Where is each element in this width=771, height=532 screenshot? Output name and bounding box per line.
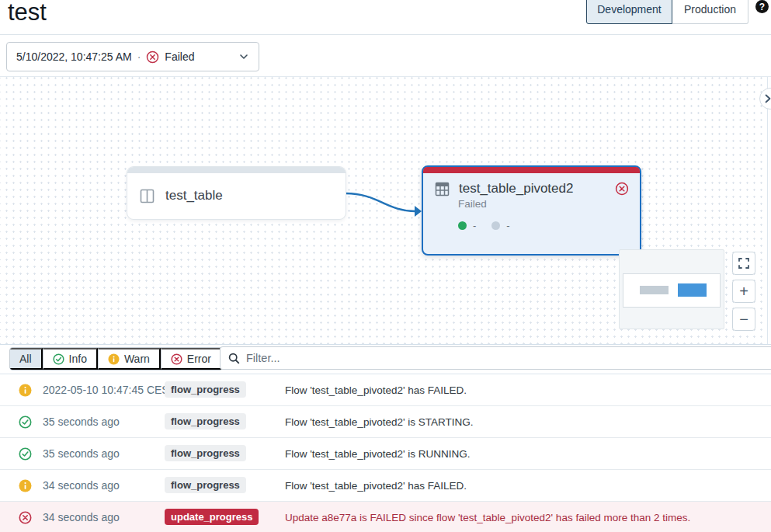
filter-label: Warn (124, 353, 150, 365)
update-selector-dropdown[interactable]: 5/10/2022, 10:47:25 AM · Failed (6, 42, 259, 71)
node-header-strip (127, 167, 346, 173)
expand-panel-button[interactable] (759, 88, 771, 110)
chevron-down-icon (238, 51, 249, 62)
filter-warn-button[interactable]: Warn (98, 348, 161, 370)
page-title: test (8, 0, 47, 26)
metric-value: - (506, 220, 509, 231)
log-timestamp: 34 seconds ago (43, 511, 120, 523)
development-button[interactable]: Development (586, 0, 672, 24)
event-type-badge: update_progress (165, 509, 259, 525)
log-message: Update a8e77a is FAILED since flow 'test… (285, 512, 690, 523)
log-message: Flow 'test_table_pivoted2' has FAILED. (285, 384, 467, 396)
error-circle-icon (19, 511, 32, 524)
log-row[interactable]: 2022-05-10 10:47:45 CEST flow_progress F… (0, 374, 771, 406)
node-status-text: Failed (458, 198, 640, 210)
event-log-toolbar: All Info Warn Error (0, 345, 771, 374)
filter-error-button[interactable]: Error (161, 348, 222, 370)
minimap-viewport[interactable] (623, 273, 721, 308)
log-row[interactable]: 35 seconds ago flow_progress Flow 'test_… (0, 438, 771, 470)
header: test Development Production ? (0, 0, 771, 35)
help-icon[interactable]: ? (755, 0, 769, 13)
error-circle-icon (615, 182, 629, 196)
minimap-node-test-table (640, 286, 669, 294)
fullscreen-icon (738, 257, 750, 269)
node-error-strip (423, 167, 640, 173)
chevron-right-icon (764, 94, 771, 103)
pipeline-page: test Development Production ? 5/10/2022,… (0, 0, 771, 532)
filter-all-button[interactable]: All (10, 348, 43, 370)
event-log-table: 2022-05-10 10:47:45 CEST flow_progress F… (0, 374, 771, 532)
check-circle-icon (19, 416, 32, 429)
filter-info-button[interactable]: Info (43, 348, 98, 370)
event-type-badge: flow_progress (165, 413, 246, 429)
log-timestamp: 35 seconds ago (43, 416, 120, 428)
log-message: Flow 'test_table_pivoted2' has FAILED. (285, 480, 467, 492)
filter-label: All (19, 353, 32, 365)
event-type-badge: flow_progress (165, 381, 246, 398)
fit-view-button[interactable] (732, 252, 755, 275)
error-circle-icon (171, 353, 182, 365)
update-status: Failed (165, 50, 194, 63)
filter-label: Info (69, 353, 87, 365)
filter-label: Error (187, 353, 211, 365)
log-timestamp: 2022-05-10 10:47:45 CEST (43, 384, 175, 396)
log-timestamp: 35 seconds ago (43, 447, 120, 460)
log-search-box (220, 346, 771, 370)
node-metrics: - - (458, 220, 640, 231)
node-label: test_table_pivoted2 (459, 181, 606, 196)
node-test-table[interactable]: test_table (127, 167, 346, 219)
graph-minimap[interactable] (619, 249, 724, 329)
mode-toggle: Development Production (586, 0, 748, 24)
metric-success-dot (458, 221, 467, 230)
log-message: Flow 'test_table_pivoted2' is STARTING. (285, 416, 474, 428)
node-label: test_table (165, 188, 223, 203)
canvas-controls: + − (732, 252, 755, 331)
check-circle-icon (53, 353, 64, 365)
zoom-in-button[interactable]: + (732, 280, 755, 303)
metric-pending-dot (491, 221, 500, 230)
log-level-filter: All Info Warn Error (9, 347, 223, 370)
event-type-badge: flow_progress (165, 445, 246, 461)
check-circle-icon (19, 447, 32, 461)
zoom-out-button[interactable]: − (732, 308, 755, 331)
warn-info-icon (19, 479, 32, 492)
error-circle-icon (146, 50, 159, 64)
pipeline-graph-canvas[interactable]: test_table test_table_pivoted2 Failed - … (0, 76, 771, 345)
search-icon (228, 353, 240, 364)
log-row[interactable]: 35 seconds ago flow_progress Flow 'test_… (0, 406, 771, 438)
warn-info-icon (108, 353, 120, 365)
node-test-table-pivoted2[interactable]: test_table_pivoted2 Failed - - (422, 165, 641, 256)
log-message: Flow 'test_table_pivoted2' is RUNNING. (285, 448, 471, 460)
table-view-icon (140, 189, 155, 203)
metric-value: - (473, 220, 476, 231)
event-type-badge: flow_progress (165, 477, 246, 493)
table-grid-icon (435, 182, 450, 196)
update-timestamp: 5/10/2022, 10:47:25 AM (16, 50, 132, 63)
production-button[interactable]: Production (672, 0, 748, 24)
log-row-error[interactable]: 34 seconds ago update_progress Update a8… (0, 502, 771, 532)
log-filter-input[interactable] (246, 352, 763, 364)
log-row[interactable]: 34 seconds ago flow_progress Flow 'test_… (0, 470, 771, 502)
side-panel-edge (767, 77, 771, 344)
log-timestamp: 34 seconds ago (43, 479, 120, 492)
warn-info-icon (19, 384, 32, 397)
separator-dot: · (137, 50, 141, 63)
minimap-node-test-table-pivoted2 (678, 283, 707, 297)
